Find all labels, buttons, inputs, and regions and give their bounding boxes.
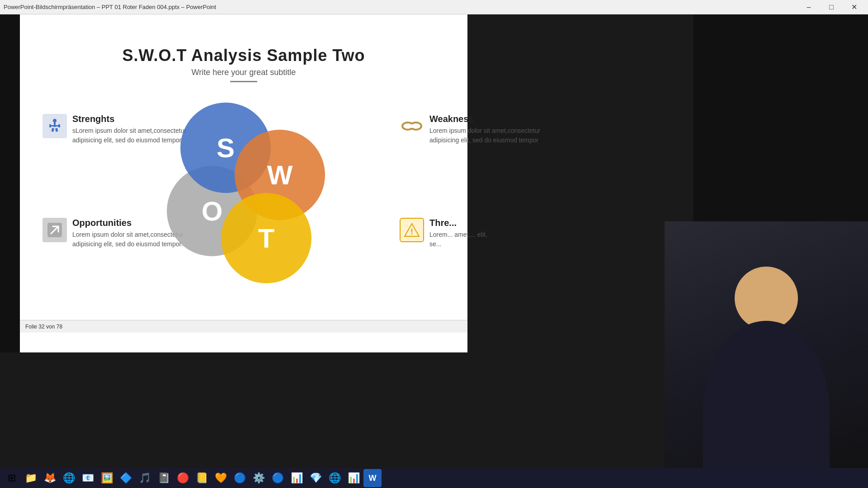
taskbar-app10-icon[interactable]: 📒 — [193, 469, 211, 487]
taskbar-onenote-icon[interactable]: 📓 — [155, 469, 173, 487]
weakness-icon — [400, 114, 424, 138]
taskbar-outlook-icon[interactable]: 📧 — [79, 469, 97, 487]
svg-rect-3 — [49, 124, 51, 127]
left-panel — [0, 14, 20, 352]
slide-area: S.W.O.T Analysis Sample Two Write here y… — [20, 14, 467, 352]
person-head — [735, 267, 798, 330]
taskbar-start-icon[interactable]: ⊞ — [3, 469, 21, 487]
person-body — [703, 321, 830, 488]
taskbar-app11-icon[interactable]: 🧡 — [212, 469, 230, 487]
taskbar-chrome-icon[interactable]: 🌐 — [60, 469, 78, 487]
threats-section: ! Thre... Lorem... amet,... elit, se... — [400, 218, 499, 249]
threats-body: Lorem... amet,... elit, se... — [429, 230, 499, 249]
svg-rect-4 — [58, 124, 60, 127]
taskbar-app18-icon[interactable]: 📊 — [344, 469, 363, 487]
threats-text: Thre... Lorem... amet,... elit, se... — [429, 218, 499, 249]
opportunities-icon — [42, 218, 67, 242]
taskbar-app6-icon[interactable]: 🔷 — [117, 469, 135, 487]
taskbar-app13-icon[interactable]: ⚙️ — [250, 469, 268, 487]
minimize-button[interactable]: – — [798, 1, 819, 14]
slide-title: S.W.O.T Analysis Sample Two — [38, 46, 449, 65]
weakness-text: Weakness Lorem ipsum dolor sit amet,cons… — [429, 114, 544, 145]
weakness-heading: Weakness — [429, 114, 544, 124]
taskbar-app9-icon[interactable]: 🔴 — [174, 469, 192, 487]
status-text: Folie 32 von 78 — [25, 324, 62, 330]
svg-rect-9 — [410, 124, 414, 128]
taskbar-explorer-icon[interactable]: 📁 — [22, 469, 40, 487]
slide-content: S.W.O.T Analysis Sample Two Write here y… — [20, 14, 467, 352]
svg-text:!: ! — [410, 227, 413, 236]
taskbar-app16-icon[interactable]: 💎 — [307, 469, 325, 487]
taskbar-app7-icon[interactable]: 🎵 — [136, 469, 154, 487]
taskbar-excel-icon[interactable]: 📊 — [288, 469, 306, 487]
svg-rect-2 — [50, 125, 59, 127]
subtitle-underline — [230, 81, 257, 82]
presenter-video — [665, 221, 868, 488]
title-bar-buttons: – □ ✕ — [798, 1, 864, 14]
circle-t: T — [221, 193, 311, 283]
threats-heading: Thre... — [429, 218, 499, 228]
taskbar-app17-icon[interactable]: 🌐 — [326, 469, 344, 487]
svg-point-0 — [53, 119, 57, 122]
taskbar-word-icon[interactable]: W — [363, 469, 382, 487]
camera-overlay — [665, 221, 868, 488]
slide-subtitle: Write here your great subtitle — [38, 68, 449, 77]
weakness-body: Lorem ipsum dolor sit amet,consectetur a… — [429, 126, 544, 145]
title-bar: PowerPoint-Bildschirmpräsentation – PPT … — [0, 0, 868, 14]
svg-rect-6 — [55, 128, 58, 132]
venn-diagram: S W O T — [153, 103, 334, 292]
title-bar-text: PowerPoint-Bildschirmpräsentation – PPT … — [4, 4, 216, 10]
maximize-button[interactable]: □ — [821, 1, 842, 14]
taskbar-app5-icon[interactable]: 🖼️ — [98, 469, 116, 487]
taskbar-firefox-icon[interactable]: 🦊 — [41, 469, 59, 487]
threats-icon: ! — [400, 218, 424, 242]
strengths-icon — [42, 114, 67, 138]
taskbar: ⊞ 📁 🦊 🌐 📧 🖼️ 🔷 🎵 📓 🔴 📒 🧡 🔵 ⚙️ 🔵 📊 💎 🌐 📊 … — [0, 468, 868, 488]
weakness-section: Weakness Lorem ipsum dolor sit amet,cons… — [400, 114, 544, 145]
taskbar-app14-icon[interactable]: 🔵 — [269, 469, 287, 487]
status-bar: Folie 32 von 78 — [20, 320, 467, 333]
close-button[interactable]: ✕ — [844, 1, 864, 14]
taskbar-app12-icon[interactable]: 🔵 — [231, 469, 249, 487]
svg-rect-5 — [52, 128, 54, 132]
